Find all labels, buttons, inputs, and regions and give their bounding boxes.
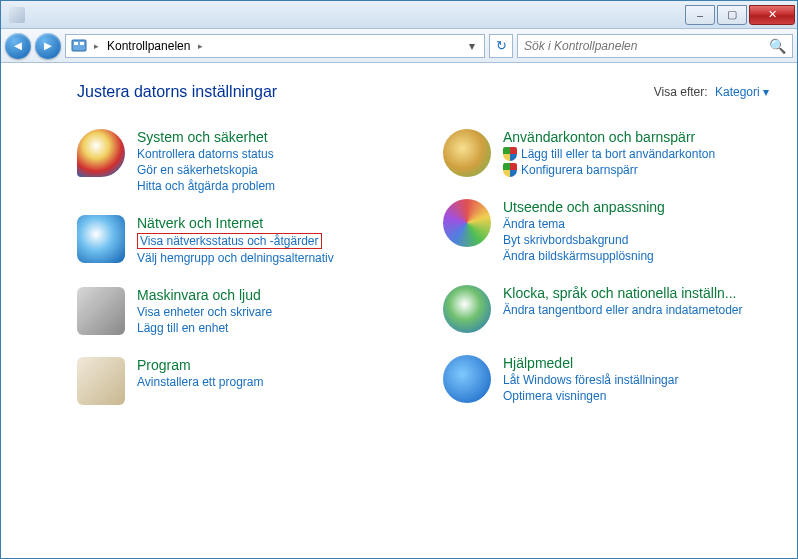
view-by-label: Visa efter: — [654, 85, 708, 99]
breadcrumb-separator: ▸ — [90, 41, 103, 51]
shield-icon — [77, 129, 125, 177]
titlebar-icon — [9, 7, 25, 23]
category-link[interactable]: Ändra bildskärmsupplösning — [503, 249, 665, 263]
maximize-button[interactable]: ▢ — [717, 5, 747, 25]
categories: System och säkerhetKontrollera datorns s… — [77, 129, 769, 405]
category-link-text: Optimera visningen — [503, 389, 606, 403]
search-icon: 🔍 — [769, 38, 786, 54]
view-by: Visa efter: Kategori ▾ — [654, 85, 769, 99]
category-link-text: Ändra tangentbord eller andra indatameto… — [503, 303, 743, 317]
page-title: Justera datorns inställningar — [77, 83, 654, 101]
category-link[interactable]: Byt skrivbordsbakgrund — [503, 233, 665, 247]
category-link-text: Ändra bildskärmsupplösning — [503, 249, 654, 263]
view-by-dropdown[interactable]: Kategori ▾ — [715, 85, 769, 99]
clock-icon — [443, 285, 491, 333]
category-item: System och säkerhetKontrollera datorns s… — [77, 129, 403, 193]
breadcrumb-separator: ▸ — [194, 41, 207, 51]
uac-shield-icon — [503, 163, 517, 177]
category-body: Klocka, språk och nationella inställn...… — [503, 285, 743, 333]
header-row: Justera datorns inställningar Visa efter… — [77, 83, 769, 101]
category-title[interactable]: Klocka, språk och nationella inställn... — [503, 285, 743, 301]
category-title[interactable]: Utseende och anpassning — [503, 199, 665, 215]
category-link-text: Lägg till eller ta bort användarkonton — [521, 147, 715, 161]
category-column-right: Användarkonton och barnspärrLägg till el… — [443, 129, 769, 405]
ease-icon — [443, 355, 491, 403]
category-link[interactable]: Välj hemgrupp och delningsalternativ — [137, 251, 334, 265]
category-column-left: System och säkerhetKontrollera datorns s… — [77, 129, 403, 405]
users-icon — [443, 129, 491, 177]
category-link-text: Välj hemgrupp och delningsalternativ — [137, 251, 334, 265]
category-item: ProgramAvinstallera ett program — [77, 357, 403, 405]
close-button[interactable]: ✕ — [749, 5, 795, 25]
category-item: Klocka, språk och nationella inställn...… — [443, 285, 769, 333]
category-item: Nätverk och InternetVisa nätverksstatus … — [77, 215, 403, 265]
category-link[interactable]: Ändra tangentbord eller andra indatameto… — [503, 303, 743, 317]
category-link-text: Lägg till en enhet — [137, 321, 228, 335]
category-body: Användarkonton och barnspärrLägg till el… — [503, 129, 715, 177]
category-item: Användarkonton och barnspärrLägg till el… — [443, 129, 769, 177]
titlebar: – ▢ ✕ — [1, 1, 797, 29]
category-link[interactable]: Hitta och åtgärda problem — [137, 179, 275, 193]
navbar: ◄ ► ▸ Kontrollpanelen ▸ ▾ ↻ 🔍 — [1, 29, 797, 63]
category-link-text: Konfigurera barnspärr — [521, 163, 638, 177]
arrow-right-icon: ► — [42, 38, 55, 53]
category-title[interactable]: Nätverk och Internet — [137, 215, 334, 231]
category-link-text: Visa enheter och skrivare — [137, 305, 272, 319]
refresh-icon: ↻ — [496, 38, 507, 53]
programs-icon — [77, 357, 125, 405]
svg-rect-1 — [74, 42, 78, 45]
category-link[interactable]: Visa enheter och skrivare — [137, 305, 272, 319]
category-item: Maskinvara och ljudVisa enheter och skri… — [77, 287, 403, 335]
category-link-text: Låt Windows föreslå inställningar — [503, 373, 678, 387]
category-body: HjälpmedelLåt Windows föreslå inställnin… — [503, 355, 678, 403]
category-link-text: Avinstallera ett program — [137, 375, 264, 389]
category-title[interactable]: Användarkonton och barnspärr — [503, 129, 715, 145]
uac-shield-icon — [503, 147, 517, 161]
category-link[interactable]: Kontrollera datorns status — [137, 147, 275, 161]
breadcrumb[interactable]: ▸ Kontrollpanelen ▸ ▾ — [65, 34, 485, 58]
search-input[interactable] — [524, 39, 769, 53]
category-title[interactable]: Hjälpmedel — [503, 355, 678, 371]
titlebar-left — [1, 7, 685, 23]
control-panel-icon — [70, 37, 88, 55]
category-body: Utseende och anpassningÄndra temaByt skr… — [503, 199, 665, 263]
search-box[interactable]: 🔍 — [517, 34, 793, 58]
category-link[interactable]: Gör en säkerhetskopia — [137, 163, 275, 177]
category-body: Nätverk och InternetVisa nätverksstatus … — [137, 215, 334, 265]
svg-rect-0 — [72, 40, 86, 51]
category-link-text: Kontrollera datorns status — [137, 147, 274, 161]
category-link-text: Hitta och åtgärda problem — [137, 179, 275, 193]
category-link[interactable]: Visa nätverksstatus och -åtgärder — [137, 233, 322, 249]
category-title[interactable]: Program — [137, 357, 264, 373]
content-area: Justera datorns inställningar Visa efter… — [1, 63, 797, 558]
appearance-icon — [443, 199, 491, 247]
category-link[interactable]: Konfigurera barnspärr — [503, 163, 715, 177]
category-item: Utseende och anpassningÄndra temaByt skr… — [443, 199, 769, 263]
category-link[interactable]: Låt Windows föreslå inställningar — [503, 373, 678, 387]
forward-button[interactable]: ► — [35, 33, 61, 59]
category-item: HjälpmedelLåt Windows föreslå inställnin… — [443, 355, 769, 403]
category-link[interactable]: Avinstallera ett program — [137, 375, 264, 389]
category-body: ProgramAvinstallera ett program — [137, 357, 264, 405]
window: – ▢ ✕ ◄ ► ▸ Kontrollpanelen ▸ ▾ ↻ 🔍 — [0, 0, 798, 559]
category-title[interactable]: System och säkerhet — [137, 129, 275, 145]
category-link-text: Visa nätverksstatus och -åtgärder — [140, 234, 319, 248]
network-icon — [77, 215, 125, 263]
category-title[interactable]: Maskinvara och ljud — [137, 287, 272, 303]
category-body: Maskinvara och ljudVisa enheter och skri… — [137, 287, 272, 335]
breadcrumb-item[interactable]: Kontrollpanelen — [103, 39, 194, 53]
minimize-button[interactable]: – — [685, 5, 715, 25]
svg-rect-2 — [80, 42, 84, 45]
back-button[interactable]: ◄ — [5, 33, 31, 59]
category-link[interactable]: Ändra tema — [503, 217, 665, 231]
category-link-text: Ändra tema — [503, 217, 565, 231]
category-link[interactable]: Lägg till eller ta bort användarkonton — [503, 147, 715, 161]
window-buttons: – ▢ ✕ — [685, 5, 797, 25]
category-link[interactable]: Optimera visningen — [503, 389, 678, 403]
category-body: System och säkerhetKontrollera datorns s… — [137, 129, 275, 193]
category-link[interactable]: Lägg till en enhet — [137, 321, 272, 335]
arrow-left-icon: ◄ — [12, 38, 25, 53]
breadcrumb-dropdown[interactable]: ▾ — [462, 39, 482, 53]
refresh-button[interactable]: ↻ — [489, 34, 513, 58]
hardware-icon — [77, 287, 125, 335]
